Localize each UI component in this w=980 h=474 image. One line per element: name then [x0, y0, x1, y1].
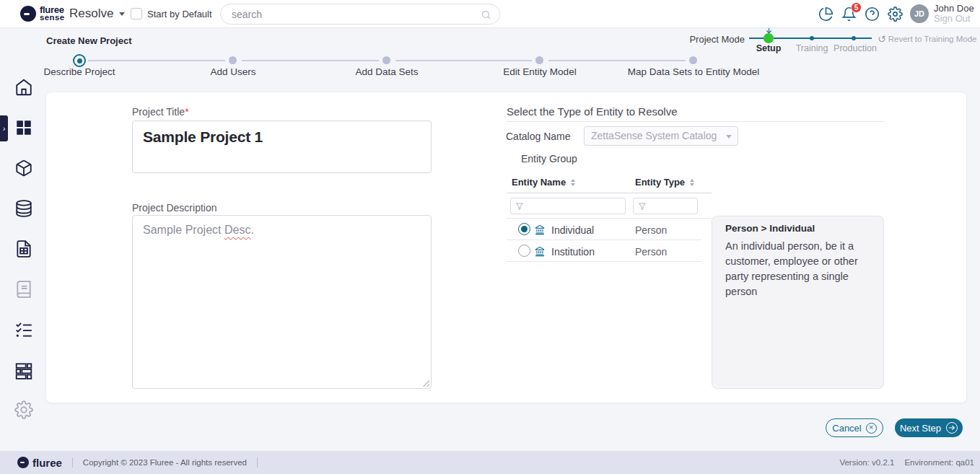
search-icon [481, 9, 491, 20]
sidebar-item-tasks[interactable] [14, 320, 33, 339]
step-dot-add-data-sets[interactable] [382, 56, 390, 64]
catalog-name-label: Catalog Name [506, 131, 571, 142]
revert-icon: ↺ [878, 33, 886, 45]
entity-group-label: Entity Group [521, 153, 577, 164]
institution-bank-icon [534, 245, 546, 257]
required-mark: * [185, 106, 188, 118]
step-label: Map Data Sets to Entity Model [585, 66, 802, 77]
table-header-divider [507, 193, 712, 193]
fluree-sense-logo[interactable]: fluree sense [20, 6, 65, 22]
next-step-button[interactable]: Next Step [895, 418, 963, 437]
revert-label: Revert to Training Mode [888, 35, 977, 43]
mode-label-training: Training [792, 43, 832, 53]
product-switcher[interactable]: Resolve [69, 6, 125, 21]
mode-dot-production[interactable] [852, 36, 856, 40]
top-nav: fluree sense Resolve Start by Default se… [0, 0, 980, 28]
start-by-default-checkbox[interactable] [131, 8, 142, 19]
revert-to-training-button[interactable]: ↺ Revert to Training Mode [878, 33, 976, 45]
entity-name-filter-input[interactable] [510, 198, 626, 214]
project-title-input[interactable]: Sample Project 1 [132, 120, 432, 173]
step-connector [395, 60, 532, 61]
row-divider [507, 218, 712, 219]
entity-type-cell: Person [635, 246, 667, 258]
project-description-input[interactable]: Sample Project Desc. [132, 215, 432, 389]
filter-funnel-icon [638, 202, 647, 211]
step-connector [88, 60, 225, 61]
fluree-footer-logo-icon [17, 457, 29, 468]
sidebar-item-reports[interactable] [14, 240, 33, 258]
page-title: Create New Project [46, 35, 132, 46]
step-dot-map-data-sets[interactable] [689, 56, 697, 64]
entity-type-filter-input[interactable] [633, 198, 698, 214]
notifications-badge: 5 [851, 2, 862, 13]
version-text: Version: v0.2.1 [839, 458, 894, 467]
entity-heading-divider [507, 121, 884, 122]
cancel-button[interactable]: Cancel × [826, 418, 883, 437]
catalog-select[interactable]: ZettaSense System Catalog [584, 126, 738, 146]
arrow-right-icon [946, 422, 958, 434]
entity-info-title: Person > Individual [725, 223, 870, 234]
copyright-text: Copyright © 2023 Fluree - All rights res… [83, 458, 247, 467]
step-dot-describe-project[interactable] [73, 54, 86, 67]
entity-info-panel: Person > Individual An individual person… [712, 216, 884, 389]
entity-name-cell: Institution [551, 246, 595, 258]
environment-text: Environment: qa01 [904, 458, 974, 467]
sidebar-item-home[interactable] [14, 78, 33, 97]
project-description-label: Project Description [132, 202, 217, 214]
sidebar-active-indicator: › [0, 115, 8, 141]
footer-divider [257, 457, 258, 468]
misspelled-word: Desc [224, 224, 250, 236]
entity-info-text: An individual person, be it a customer, … [725, 239, 870, 299]
product-name: Resolve [69, 6, 113, 21]
step-dot-add-users[interactable] [229, 56, 237, 64]
start-by-default-label: Start by Default [147, 9, 212, 19]
sidebar-item-projects[interactable] [14, 118, 33, 137]
search-input[interactable]: search [220, 4, 500, 25]
institution-bank-icon [534, 224, 546, 235]
chevron-down-icon [726, 135, 732, 139]
step-dot-edit-entity-model[interactable] [535, 56, 543, 64]
sidebar-item-data[interactable] [14, 199, 33, 218]
sort-icon[interactable] [571, 179, 575, 186]
sign-out-link[interactable]: Sign Out [934, 14, 974, 24]
mode-dot-training[interactable] [810, 36, 814, 40]
entity-section-heading: Select the Type of Entity to Resolve [507, 105, 678, 118]
mode-label-setup: Setup [751, 43, 787, 53]
resize-handle[interactable] [421, 379, 429, 387]
search-placeholder: search [232, 9, 262, 20]
user-name: John Doe [934, 4, 974, 14]
brand-line2: sense [40, 14, 65, 21]
sort-icon[interactable] [690, 179, 694, 186]
project-mode-label: Project Mode [673, 34, 745, 45]
sidebar-item-docs[interactable] [14, 280, 33, 299]
radio-institution[interactable] [518, 245, 530, 257]
entity-type-cell: Person [635, 224, 667, 236]
footer: fluree Copyright © 2023 Fluree - All rig… [0, 451, 980, 474]
sidebar-item-models[interactable] [14, 159, 33, 177]
radio-individual[interactable] [518, 223, 530, 235]
help-icon[interactable] [865, 6, 880, 22]
project-title-label: Project Title* [132, 106, 189, 118]
avatar[interactable]: JD [910, 4, 929, 23]
row-divider [507, 240, 701, 240]
column-header-entity-type[interactable]: Entity Type [635, 177, 694, 188]
fluree-logo-icon [20, 6, 36, 22]
step-connector [548, 60, 686, 61]
column-header-entity-name[interactable]: Entity Name [512, 177, 575, 188]
analytics-icon[interactable] [818, 6, 834, 22]
row-divider [507, 261, 701, 262]
footer-brand: fluree [32, 457, 62, 469]
mode-label-production: Production [832, 43, 878, 53]
cancel-x-icon: × [866, 423, 877, 434]
sidebar-item-system-settings[interactable] [14, 400, 33, 419]
sidebar-item-pipelines[interactable] [14, 361, 33, 379]
filter-funnel-icon [515, 202, 524, 211]
chevron-down-icon [119, 12, 125, 16]
step-connector [242, 60, 379, 61]
entity-name-cell: Individual [551, 224, 594, 236]
footer-divider [72, 457, 73, 468]
settings-gear-icon[interactable] [888, 6, 903, 22]
mode-active-dot[interactable] [764, 33, 774, 43]
